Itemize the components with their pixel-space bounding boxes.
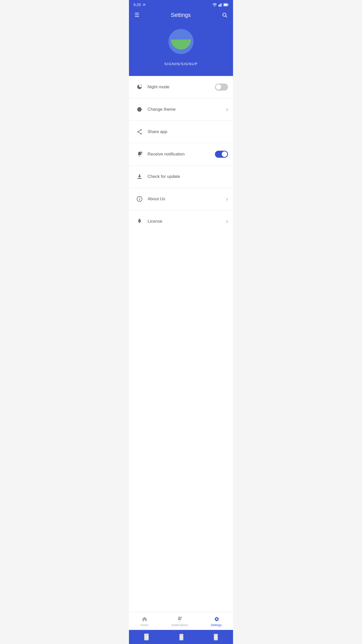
change-theme-chevron: [226, 106, 228, 113]
svg-point-24: [139, 197, 140, 198]
about-us-chevron: [226, 195, 228, 203]
home-button[interactable]: ●: [179, 634, 183, 640]
recents-button[interactable]: ■: [214, 634, 218, 640]
settings-item-share-app[interactable]: Share app: [129, 121, 233, 143]
battery-icon: [223, 3, 229, 6]
svg-rect-23: [139, 198, 140, 200]
android-nav-bar: ◀ ● ■: [129, 630, 233, 644]
signal-icon: [218, 3, 222, 7]
status-bar: 5:25 ⟳: [129, 0, 233, 8]
share-app-label: Share app: [148, 129, 228, 134]
notifications-nav-label: Notifications: [171, 623, 188, 627]
receive-notification-toggle[interactable]: [215, 151, 228, 158]
svg-rect-2: [219, 4, 220, 7]
home-icon: [141, 616, 148, 622]
settings-list: Night mode Change theme: [129, 76, 233, 612]
nav-item-settings[interactable]: Settings: [206, 615, 227, 628]
svg-rect-7: [224, 4, 227, 6]
time-display: 5:25: [133, 3, 141, 7]
fire-icon: [134, 216, 145, 227]
change-theme-label: Change theme: [148, 107, 226, 112]
svg-rect-1: [218, 5, 219, 7]
top-bar: ☰ Settings: [129, 8, 233, 24]
receive-notification-label: Receive notification: [148, 152, 215, 157]
wifi-icon: [212, 3, 217, 7]
svg-rect-6: [228, 4, 229, 5]
nav-item-home[interactable]: Home: [135, 615, 154, 628]
moon-icon: [134, 82, 145, 93]
settings-item-change-theme[interactable]: Change theme: [129, 98, 233, 121]
nav-item-notifications[interactable]: Notifications: [166, 615, 193, 628]
settings-icon: [213, 616, 219, 622]
night-mode-toggle[interactable]: [215, 84, 228, 91]
check-update-label: Check for update: [148, 174, 228, 179]
svg-line-18: [138, 132, 141, 134]
signin-button[interactable]: SIGNIN/SIGNUP: [164, 62, 198, 66]
settings-nav-label: Settings: [211, 623, 221, 627]
download-icon: [134, 171, 145, 182]
menu-button[interactable]: ☰: [133, 11, 141, 19]
sync-icon: ⟳: [143, 3, 146, 7]
svg-point-8: [223, 13, 226, 16]
status-left: 5:25 ⟳: [133, 3, 146, 7]
svg-point-0: [214, 6, 215, 7]
page-title: Settings: [171, 12, 191, 18]
settings-item-license[interactable]: License: [129, 210, 233, 232]
search-button[interactable]: [221, 11, 229, 19]
avatar-shape: [171, 39, 191, 50]
svg-rect-4: [221, 3, 222, 7]
license-chevron: [226, 218, 228, 225]
home-nav-label: Home: [141, 623, 149, 627]
bell-active-icon: [134, 149, 145, 160]
svg-rect-21: [138, 178, 142, 179]
svg-rect-3: [220, 4, 221, 7]
settings-item-about-us[interactable]: About Us: [129, 188, 233, 210]
settings-item-receive-notification[interactable]: Receive notification: [129, 143, 233, 166]
info-icon: [134, 193, 145, 205]
share-icon: [134, 126, 145, 137]
svg-line-17: [138, 130, 141, 132]
profile-area: SIGNIN/SIGNUP: [129, 24, 233, 76]
svg-line-9: [226, 16, 227, 18]
settings-item-night-mode[interactable]: Night mode: [129, 76, 233, 98]
status-right: [212, 3, 229, 7]
license-label: License: [148, 219, 226, 224]
back-button[interactable]: ◀: [144, 633, 149, 640]
settings-item-check-update[interactable]: Check for update: [129, 166, 233, 188]
about-us-label: About Us: [148, 196, 226, 202]
night-mode-label: Night mode: [148, 85, 215, 90]
notifications-icon: [176, 616, 183, 622]
bottom-nav: Home Notifications Settings: [129, 612, 233, 630]
svg-point-25: [180, 617, 182, 619]
palette-icon: [134, 104, 145, 115]
avatar: [168, 29, 194, 54]
